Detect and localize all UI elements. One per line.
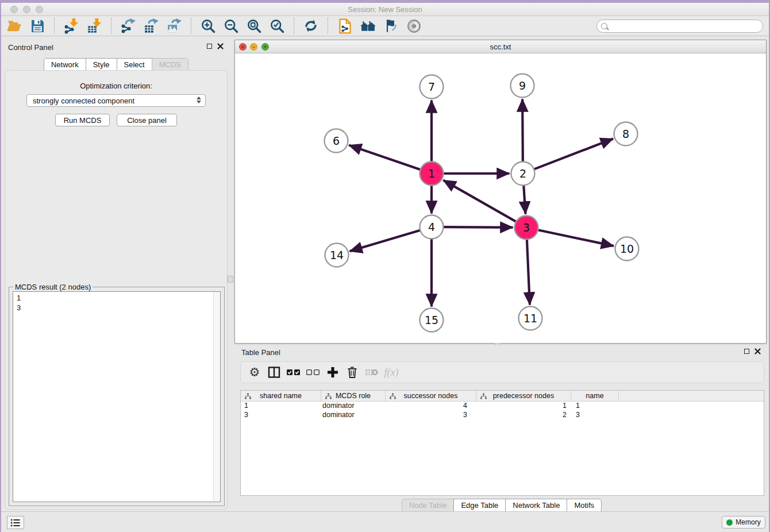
scrollbar[interactable] — [213, 292, 220, 502]
network-file-icon[interactable] — [336, 17, 353, 34]
export-image-icon[interactable] — [165, 17, 183, 34]
mcds-result-box: MCDS result (2 nodes) 1 3 — [9, 287, 225, 506]
node-label-10: 10 — [620, 242, 634, 255]
tab-motifs[interactable]: Motifs — [567, 499, 602, 512]
node-label-1: 1 — [428, 167, 435, 180]
columns-icon[interactable] — [266, 364, 282, 380]
criterion-select[interactable]: strongly connected component — [26, 94, 206, 107]
node-table[interactable]: shared nameMCDS rolesuccessor nodesprede… — [240, 390, 764, 496]
zoom-out-icon[interactable] — [222, 17, 240, 34]
column-header-predecessor-nodes[interactable]: predecessor nodes — [476, 391, 571, 401]
column-header-shared-name[interactable]: shared name — [241, 391, 321, 401]
cell-MCDS-role[interactable]: dominator — [321, 411, 386, 420]
chevron-updown-icon — [197, 97, 201, 103]
table-row[interactable]: 3dominator323 — [241, 411, 764, 420]
cell-successor-nodes[interactable]: 3 — [386, 411, 476, 420]
cell-name[interactable]: 3 — [571, 411, 619, 420]
zoom-in-icon[interactable] — [199, 17, 217, 34]
network-view-window: × − + scc.txt 7968124314101511 — [234, 40, 767, 344]
float-table-panel-icon[interactable] — [744, 349, 749, 354]
column-header-successor-nodes[interactable]: successor nodes — [386, 391, 476, 401]
table-row[interactable]: 1dominator411 — [241, 402, 764, 411]
edge-2-8[interactable] — [534, 138, 613, 169]
import-network-icon[interactable] — [63, 17, 80, 34]
delete-table-icon[interactable] — [364, 364, 380, 380]
deselect-all-icon[interactable] — [305, 364, 321, 380]
network-window-titlebar[interactable]: × − + scc.txt — [235, 40, 766, 53]
tab-network-table[interactable]: Network Table — [505, 499, 567, 512]
gear-icon[interactable]: ⚙ — [247, 364, 263, 380]
toolbar-separator — [191, 18, 191, 34]
cell-successor-nodes[interactable]: 4 — [386, 402, 476, 411]
cell-predecessor-nodes[interactable]: 2 — [476, 411, 571, 420]
network-canvas[interactable]: 7968124314101511 — [235, 53, 766, 343]
optimization-criterion-label: Optimization criterion: — [5, 82, 227, 90]
close-table-panel-icon[interactable] — [754, 348, 761, 354]
edge-1-6[interactable] — [349, 145, 420, 170]
network-view-title: scc.txt — [235, 43, 766, 51]
cell-shared-name[interactable]: 3 — [241, 411, 321, 420]
node-label-9: 9 — [519, 79, 526, 92]
cell-name[interactable]: 1 — [571, 402, 619, 411]
title-bar: Session: New Session — [1, 3, 769, 16]
edge-3-1[interactable] — [443, 180, 516, 222]
add-icon[interactable] — [325, 364, 341, 380]
float-panel-icon[interactable] — [207, 44, 212, 49]
edge-2-3[interactable] — [523, 185, 525, 214]
toolbar-separator — [328, 18, 328, 34]
delete-icon[interactable] — [344, 364, 360, 380]
window-title: Session: New Session — [1, 5, 769, 14]
cell-MCDS-role[interactable]: dominator — [321, 402, 386, 411]
edge-2-9[interactable] — [522, 99, 523, 161]
application-window: Session: New Session — [1, 3, 769, 532]
tab-node-table[interactable]: Node Table — [402, 499, 455, 512]
vizmap-icon[interactable] — [382, 17, 399, 34]
select-all-icon[interactable] — [286, 364, 302, 380]
close-panel-button[interactable]: Close panel — [117, 114, 177, 126]
memory-button[interactable]: Memory — [722, 516, 765, 529]
node-label-6: 6 — [333, 134, 340, 147]
home-icon[interactable] — [359, 17, 376, 34]
tab-edge-table[interactable]: Edge Table — [453, 499, 506, 512]
edge-4-14[interactable] — [350, 230, 421, 251]
import-table-icon[interactable] — [86, 17, 103, 34]
node-label-3: 3 — [523, 221, 530, 234]
function-icon[interactable]: f(x) — [383, 364, 399, 380]
zoom-selected-icon[interactable] — [268, 17, 286, 34]
zoom-fit-icon[interactable] — [245, 17, 263, 34]
table-tabs: Node Table Edge Table Network Table Moti… — [234, 499, 769, 512]
memory-status-icon — [726, 519, 733, 526]
open-session-icon[interactable] — [6, 17, 23, 34]
run-mcds-button[interactable]: Run MCDS — [55, 114, 110, 126]
column-header-MCDS-role[interactable]: MCDS role — [321, 391, 386, 401]
toolbar-separator — [111, 18, 111, 34]
node-label-4: 4 — [428, 221, 435, 233]
save-session-icon[interactable] — [29, 17, 46, 34]
refresh-icon[interactable] — [302, 17, 319, 34]
cell-predecessor-nodes[interactable]: 1 — [476, 402, 571, 411]
table-toolbar: ⚙ f(x) — [240, 361, 764, 383]
column-header-name[interactable]: name — [571, 391, 619, 401]
close-panel-icon[interactable] — [217, 43, 224, 49]
search-input[interactable] — [607, 22, 763, 30]
search-box[interactable] — [596, 20, 763, 33]
edge-4-3[interactable] — [443, 227, 513, 228]
list-icon — [10, 518, 21, 527]
column-header-filler — [619, 391, 764, 401]
edge-3-11[interactable] — [527, 239, 530, 304]
export-network-icon[interactable] — [120, 17, 137, 34]
cell-shared-name[interactable]: 1 — [241, 402, 321, 411]
mcds-panel: Optimization criterion: strongly connect… — [5, 70, 228, 510]
table-panel: Table Panel ⚙ f(x) — [234, 345, 769, 511]
divider-grip-vertical[interactable] — [228, 276, 233, 283]
edge-3-10[interactable] — [538, 230, 614, 246]
task-history-button[interactable] — [7, 516, 24, 529]
export-table-icon[interactable] — [143, 17, 160, 34]
network-graph[interactable]: 7968124314101511 — [235, 53, 766, 343]
node-label-14: 14 — [330, 249, 344, 261]
memory-label: Memory — [736, 518, 760, 526]
main-toolbar — [1, 16, 769, 36]
toolbar-separator — [294, 18, 294, 34]
mcds-result-text[interactable]: 1 3 — [13, 291, 221, 502]
eye-icon[interactable] — [405, 17, 422, 34]
